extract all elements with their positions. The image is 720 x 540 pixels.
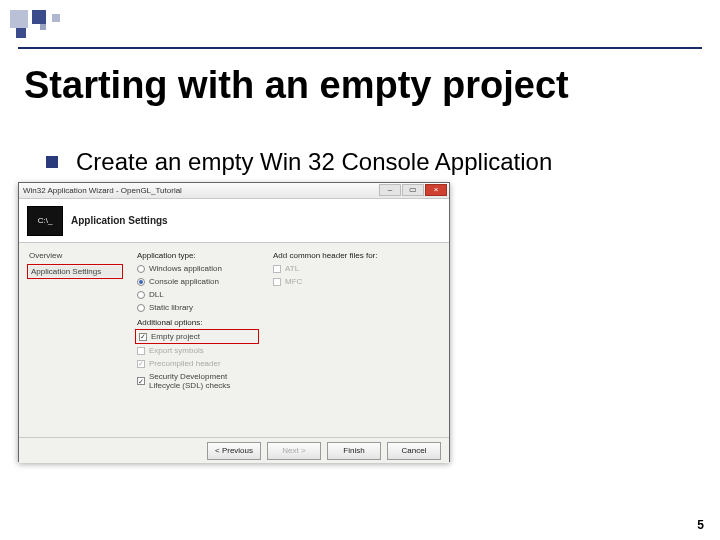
next-button: Next > xyxy=(267,442,321,460)
checkbox-label: Precompiled header xyxy=(149,359,221,368)
dialog-body: Overview Application Settings Applicatio… xyxy=(19,243,449,437)
additional-options-heading: Additional options: xyxy=(137,318,257,327)
page-number: 5 xyxy=(697,518,704,532)
dialog-footer: < Previous Next > Finish Cancel xyxy=(19,437,449,463)
finish-button[interactable]: Finish xyxy=(327,442,381,460)
highlight-empty-project: Empty project xyxy=(137,331,257,342)
previous-button[interactable]: < Previous xyxy=(207,442,261,460)
checkbox-label: ATL xyxy=(285,264,299,273)
maximize-button[interactable]: ▭ xyxy=(402,184,424,196)
app-type-heading: Application type: xyxy=(137,251,257,260)
checkbox-label: Security Development Lifecycle (SDL) che… xyxy=(149,372,257,390)
bullet-item: Create an empty Win 32 Console Applicati… xyxy=(46,148,552,176)
checkbox-icon xyxy=(137,347,145,355)
dialog-sidebar: Overview Application Settings xyxy=(29,251,121,431)
checkbox-label: MFC xyxy=(285,277,302,286)
cancel-button[interactable]: Cancel xyxy=(387,442,441,460)
sidebar-item-overview[interactable]: Overview xyxy=(29,251,121,260)
terminal-icon: C:\_ xyxy=(27,206,63,236)
checkbox-label: Empty project xyxy=(151,332,200,341)
checkbox-icon xyxy=(137,360,145,368)
radio-windows-application[interactable]: Windows application xyxy=(137,264,257,273)
slide-corner-decoration xyxy=(10,10,100,46)
checkbox-precompiled-header[interactable]: Precompiled header xyxy=(137,359,257,368)
dialog-banner: C:\_ Application Settings xyxy=(19,199,449,243)
radio-label: DLL xyxy=(149,290,164,299)
radio-icon xyxy=(137,278,145,286)
close-button[interactable]: × xyxy=(425,184,447,196)
banner-heading: Application Settings xyxy=(71,215,168,226)
dialog-title: Win32 Application Wizard - OpenGL_Tutori… xyxy=(23,186,182,195)
application-type-column: Application type: Windows application Co… xyxy=(137,251,257,431)
radio-icon xyxy=(137,265,145,273)
radio-icon xyxy=(137,291,145,299)
radio-dll[interactable]: DLL xyxy=(137,290,257,299)
checkbox-sdl-checks[interactable]: Security Development Lifecycle (SDL) che… xyxy=(137,372,257,390)
header-files-heading: Add common header files for: xyxy=(273,251,423,260)
radio-icon xyxy=(137,304,145,312)
sidebar-item-app-settings[interactable]: Application Settings xyxy=(29,266,121,277)
dialog-titlebar: Win32 Application Wizard - OpenGL_Tutori… xyxy=(19,183,449,199)
checkbox-export-symbols: Export symbols xyxy=(137,346,257,355)
checkbox-atl: ATL xyxy=(273,264,423,273)
checkbox-icon xyxy=(137,377,145,385)
header-files-column: Add common header files for: ATL MFC xyxy=(273,251,423,431)
radio-label: Windows application xyxy=(149,264,222,273)
radio-console-application[interactable]: Console application xyxy=(137,277,257,286)
radio-label: Static library xyxy=(149,303,193,312)
slide-title: Starting with an empty project xyxy=(24,64,569,107)
radio-static-library[interactable]: Static library xyxy=(137,303,257,312)
checkbox-label: Export symbols xyxy=(149,346,204,355)
slide-divider xyxy=(18,47,702,49)
bullet-square-icon xyxy=(46,156,58,168)
bullet-text: Create an empty Win 32 Console Applicati… xyxy=(76,148,552,176)
checkbox-mfc: MFC xyxy=(273,277,423,286)
minimize-button[interactable]: – xyxy=(379,184,401,196)
window-controls: – ▭ × xyxy=(378,184,447,196)
checkbox-empty-project[interactable]: Empty project xyxy=(139,332,255,341)
checkbox-icon xyxy=(139,333,147,341)
checkbox-icon xyxy=(273,265,281,273)
radio-label: Console application xyxy=(149,277,219,286)
wizard-dialog: Win32 Application Wizard - OpenGL_Tutori… xyxy=(18,182,450,462)
checkbox-icon xyxy=(273,278,281,286)
